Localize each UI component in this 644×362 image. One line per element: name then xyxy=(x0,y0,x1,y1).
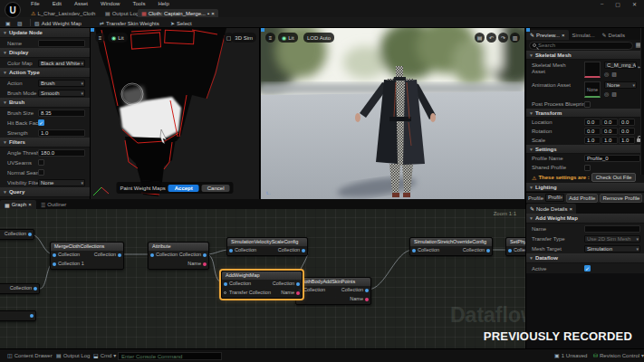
dropdown[interactable]: None▾ xyxy=(38,179,85,186)
menu-edit[interactable]: Edit xyxy=(53,1,62,6)
doc-tab[interactable]: ▦Cloth: Captain_Merge...•× xyxy=(138,9,218,17)
unsaved-indicator[interactable]: ▣1 Unsaved xyxy=(554,352,587,358)
graph-node-clothbodyaddskinpoints[interactable]: ClothBodyAddSkinPointsCollectionCollecti… xyxy=(295,277,371,305)
output-pin[interactable] xyxy=(203,262,207,266)
unreal-logo-icon[interactable]: U xyxy=(5,2,21,18)
output-pin[interactable] xyxy=(203,253,207,257)
graph-node-partial[interactable]: Collection xyxy=(0,229,34,240)
menu-asset[interactable]: Asset xyxy=(74,1,88,6)
input-pin[interactable] xyxy=(53,262,56,266)
asset-select[interactable]: None▾ xyxy=(604,81,637,89)
dropdown[interactable]: Use 2D Sim Mesh▾ xyxy=(584,235,640,243)
viewport-menu-button[interactable]: ≡ xyxy=(265,33,275,43)
viewport-menu-button[interactable]: ≡ xyxy=(95,33,105,43)
vector-value[interactable]: 0.0 xyxy=(584,119,601,126)
screenshot-icon[interactable]: ▤ xyxy=(475,33,485,43)
browse-button[interactable]: ▨ xyxy=(17,19,23,27)
search-input[interactable]: Search xyxy=(529,42,633,50)
section-lighting[interactable]: ▼Lighting xyxy=(526,183,644,192)
output-pin[interactable] xyxy=(302,249,305,252)
text-field[interactable] xyxy=(38,40,85,47)
checkbox[interactable]: ✓ xyxy=(584,265,591,272)
input-pin[interactable] xyxy=(412,249,416,252)
maximize-icon[interactable]: ▢ xyxy=(615,1,620,7)
accept-button[interactable]: Accept xyxy=(168,185,199,192)
output-pin[interactable] xyxy=(296,282,300,286)
tab-simulat[interactable]: Simulat... xyxy=(569,30,599,40)
menu-window[interactable]: Window xyxy=(101,1,120,6)
output-pin[interactable] xyxy=(365,289,369,292)
tab-node-details[interactable]: ✎Node Details× xyxy=(526,204,576,214)
vector-value[interactable]: 1.0 xyxy=(619,137,635,144)
output-pin[interactable] xyxy=(28,233,32,236)
section-action-type[interactable]: ▼Action Type xyxy=(0,68,90,78)
text-field[interactable]: 8.35 xyxy=(38,110,85,117)
graph-node-partial[interactable]: Collection xyxy=(0,283,40,294)
input-pin[interactable] xyxy=(224,282,227,286)
lit-mode-button[interactable]: ◉Lit xyxy=(108,33,128,43)
use-selected-icon[interactable]: ◎ xyxy=(604,71,609,77)
doc-tab[interactable]: ⚠L_Char_Lasixdev_Cloth xyxy=(27,9,99,17)
input-pin[interactable] xyxy=(508,249,512,252)
dropdown[interactable]: Brush▾ xyxy=(38,80,85,87)
menu-file[interactable]: File xyxy=(31,1,40,6)
graph-node-partial[interactable] xyxy=(0,310,36,321)
section-dataflow[interactable]: ▼Dataflow xyxy=(526,253,644,263)
use-selected-icon[interactable]: ◎ xyxy=(604,90,609,97)
menu-help[interactable]: Help xyxy=(158,1,168,6)
section-display[interactable]: ▼Display xyxy=(0,48,90,58)
content-drawer-button[interactable]: ◫Content Drawer xyxy=(7,352,53,358)
reset-icon[interactable]: ↩ xyxy=(638,63,642,70)
settings-grid-icon[interactable]: ▦ xyxy=(635,42,641,49)
section-transform[interactable]: ▼Transform xyxy=(526,109,644,118)
section-query[interactable]: ▼Query xyxy=(0,187,90,197)
vector-value[interactable]: 0.0 xyxy=(619,128,635,135)
close-window-icon[interactable]: ✕ xyxy=(632,1,637,7)
3d-sim-button[interactable]: 3D Sim xyxy=(231,33,256,43)
asset-select[interactable]: C_M_mrg_Ve▾ xyxy=(604,62,637,69)
checkbox[interactable] xyxy=(38,159,44,166)
lit-mode-button[interactable]: ◉Lit xyxy=(278,33,298,43)
dropdown[interactable]: Simulation▾ xyxy=(584,245,640,252)
check-out-file-button[interactable]: Check Out File xyxy=(591,173,637,182)
checkbox[interactable] xyxy=(584,165,591,171)
remove-profile-button[interactable]: Remove Profile xyxy=(600,194,642,203)
vector-value[interactable]: 0.0 xyxy=(601,119,618,126)
browse-icon[interactable]: ▨ xyxy=(611,90,617,97)
cancel-button[interactable]: Cancel xyxy=(202,185,230,192)
output-pin[interactable] xyxy=(118,253,121,257)
text-field[interactable]: Profile_0 xyxy=(584,155,640,162)
vector-value[interactable]: 1.0 xyxy=(584,137,601,144)
minimize-icon[interactable]: – xyxy=(601,1,603,7)
doc-tab[interactable]: ▤Output Log xyxy=(101,9,142,17)
checkbox[interactable] xyxy=(38,169,44,176)
toolbar-transfer-skin-weights[interactable]: ⇄Transfer Skin Weights xyxy=(100,19,159,27)
save-button[interactable]: ▣ xyxy=(5,19,11,27)
close-icon[interactable]: × xyxy=(569,206,572,212)
cmd-dropdown[interactable]: ⬓Cmd▾ xyxy=(93,352,116,358)
output-pin[interactable] xyxy=(30,314,34,318)
vector-value[interactable]: 0.0 xyxy=(619,119,635,126)
graph-node-simulationvelocityscaleconfig[interactable]: SimulationVelocityScaleConfigCollectionC… xyxy=(226,237,308,256)
output-pin[interactable] xyxy=(486,249,490,252)
close-icon[interactable]: × xyxy=(562,33,565,38)
text-field[interactable] xyxy=(584,225,640,233)
dataflow-graph[interactable]: CollectionCollectionMergeClothCollection… xyxy=(0,209,525,348)
revision-control-button[interactable]: ⛁Revision Control▾ xyxy=(593,352,644,358)
section-update-node[interactable]: ▼Update Node xyxy=(0,28,90,38)
output-pin[interactable] xyxy=(34,287,37,291)
add-profile-button[interactable]: Add Profile xyxy=(566,194,598,203)
vector-value[interactable]: 1.0 xyxy=(601,137,618,144)
lod-auto-button[interactable]: LOD Auto xyxy=(303,33,334,43)
close-icon[interactable]: × xyxy=(211,11,215,16)
output-pin[interactable] xyxy=(365,298,369,301)
checkbox[interactable]: ✓ xyxy=(38,119,44,126)
input-pin[interactable] xyxy=(229,249,233,252)
asset-thumbnail[interactable] xyxy=(584,62,601,78)
lock-icon[interactable] xyxy=(637,138,641,142)
close-icon[interactable]: × xyxy=(28,202,32,207)
menu-tools[interactable]: Tools xyxy=(132,1,145,6)
undo-icon[interactable]: ↶ xyxy=(486,33,496,43)
text-field[interactable]: 180.0 xyxy=(38,149,85,157)
profile-select[interactable]: Profil▾ xyxy=(545,194,564,202)
